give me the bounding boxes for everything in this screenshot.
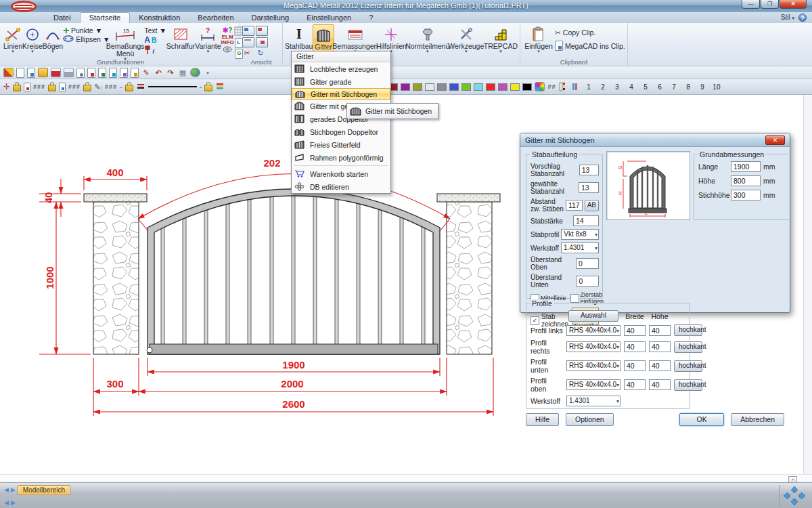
vorschlag-stabanzahl-field[interactable]: 13: [579, 165, 599, 175]
laenge-field[interactable]: 1900: [731, 161, 761, 172]
bemassungs-menue-button[interactable]: 15 Bemaßungs Menü▼: [106, 24, 144, 61]
menu-item-lochbleche[interactable]: Lochbleche erzeugen: [292, 62, 390, 75]
profil-rechts-breite[interactable]: 40: [624, 341, 646, 352]
auswahl-button[interactable]: Auswahl: [568, 310, 618, 322]
normteilmenue-button[interactable]: Normteilmenü▼: [407, 24, 449, 54]
toolbar-options-icon[interactable]: ▾: [203, 68, 212, 77]
export-icon[interactable]: [98, 68, 106, 78]
tab-startseite[interactable]: Startseite: [80, 12, 130, 23]
ueberstand-oben-field[interactable]: 0: [576, 258, 599, 269]
profil-oben-hoehe[interactable]: 40: [649, 379, 671, 390]
cd-icon[interactable]: [223, 46, 232, 54]
stab-werkstoff-select[interactable]: 1.4301: [561, 242, 599, 253]
color-swatch[interactable]: [498, 83, 508, 91]
megacad-logo-icon[interactable]: [11, 1, 37, 12]
globe-icon[interactable]: [190, 68, 200, 77]
elm-tools-icon[interactable]: ✱?: [223, 26, 233, 34]
tab-konstruktion[interactable]: Konstruktion: [130, 13, 189, 23]
tab-bearbeiten[interactable]: Bearbeiten: [189, 13, 242, 23]
new-file-icon[interactable]: [16, 68, 24, 78]
snap-target-icon[interactable]: ✛: [3, 82, 10, 91]
layer-number-button[interactable]: 10: [710, 82, 722, 92]
rotate-view-icon[interactable]: ↻: [256, 49, 265, 58]
ab-button[interactable]: AB: [585, 200, 599, 211]
view-prev-icon[interactable]: ◀: [4, 498, 9, 507]
group-name-value[interactable]: ###: [68, 83, 81, 90]
ok-button[interactable]: OK: [679, 413, 724, 426]
view-window-icon[interactable]: [242, 26, 254, 36]
tab-darstellung[interactable]: Darstellung: [243, 13, 298, 23]
layer-lock-icon[interactable]: [13, 85, 21, 91]
layer-number-button[interactable]: 6: [654, 82, 665, 92]
tab-help[interactable]: ?: [360, 13, 382, 23]
group-doc-icon[interactable]: [59, 83, 66, 91]
profil-links-hochkant-button[interactable]: hochkant: [674, 324, 702, 336]
help-icon[interactable]: ?: [798, 14, 807, 22]
minimize-button[interactable]: —: [742, 0, 760, 9]
color-swatch[interactable]: [413, 83, 422, 91]
menu-item-db-editieren[interactable]: DB editieren: [292, 180, 390, 193]
profil-rechts-select[interactable]: RHS 40x40x4.0: [566, 341, 621, 352]
view-redraw-icon[interactable]: [256, 26, 268, 36]
schraffur-button[interactable]: Schraffur: [166, 24, 195, 50]
vertical-scrollbar[interactable]: [803, 95, 812, 474]
menu-item-stichbogen-doppeltor[interactable]: Stichbogen Doppeltor: [292, 125, 390, 138]
bemassungen-button[interactable]: Bemassungen▼: [334, 24, 376, 54]
layer-number-button[interactable]: 8: [682, 82, 694, 92]
sheet-prev-icon[interactable]: ◀: [4, 485, 9, 494]
print-preview-icon[interactable]: [76, 68, 85, 78]
open-file-icon[interactable]: [27, 68, 35, 78]
gewaehlte-stabanzahl-field[interactable]: 13: [579, 182, 599, 193]
zierstab-einfuegen-checkbox[interactable]: [570, 294, 579, 303]
color-swatch[interactable]: [522, 83, 532, 91]
pen-lock-icon[interactable]: [83, 85, 91, 91]
folder-icon[interactable]: [38, 68, 48, 77]
info-icon[interactable]: i: [152, 47, 154, 55]
menu-item-gitter-gerade[interactable]: Gitter gerade: [292, 75, 390, 88]
profile-werkstoff-select[interactable]: 1.4301: [566, 396, 621, 406]
linewidth-icon[interactable]: [136, 83, 145, 91]
color-wheel-icon[interactable]: [535, 82, 545, 91]
menu-item-rahmen-polygon[interactable]: Rahmen polygonförmig: [292, 151, 390, 164]
stabprofil-select[interactable]: Vkt 8x8: [561, 229, 599, 240]
einfuegen-button[interactable]: Einfügen▼: [522, 24, 555, 54]
layer-number-button[interactable]: 1: [583, 82, 594, 92]
profil-links-hoehe[interactable]: 40: [649, 325, 671, 336]
layer-name-value[interactable]: ###: [33, 83, 45, 90]
sheet-next-icon[interactable]: ▶: [11, 485, 16, 494]
hilfe-button[interactable]: Hilfe: [526, 413, 559, 426]
trepcad-button[interactable]: TREPCAD▼: [484, 24, 518, 54]
ueberstand-unten-field[interactable]: 0: [576, 276, 599, 287]
profil-oben-breite[interactable]: 40: [624, 379, 646, 390]
attach-icon[interactable]: [120, 68, 128, 78]
linetype-sample[interactable]: [148, 86, 197, 87]
clip-scissors-icon[interactable]: ✂: [242, 49, 252, 58]
color-swatch[interactable]: [486, 83, 495, 91]
redo-icon[interactable]: ↷: [166, 68, 175, 77]
color-swatch[interactable]: [474, 83, 483, 91]
colorbar-icon[interactable]: [215, 83, 225, 91]
stichhoehe-field[interactable]: 300: [731, 190, 761, 200]
hilfslinien-button[interactable]: Hilfslinien▼: [376, 24, 407, 54]
copy-clip-button[interactable]: ✂ Copy Clip.: [555, 28, 625, 37]
dialog-title-bar[interactable]: Gitter mit Stichbogen ✕: [520, 133, 790, 147]
abstand-staeben-field[interactable]: 117: [566, 200, 583, 211]
punkte-button[interactable]: ✛ Punkte ▼: [63, 26, 106, 35]
color-swatch[interactable]: [401, 83, 410, 91]
profil-oben-hochkant-button[interactable]: hochkant: [674, 379, 702, 391]
text-style-icon[interactable]: A: [144, 35, 150, 45]
profil-unten-hochkant-button[interactable]: hochkant: [674, 360, 702, 372]
pin-icon[interactable]: [144, 45, 151, 56]
profil-unten-breite[interactable]: 40: [624, 360, 646, 371]
maximize-button[interactable]: ❐: [761, 0, 779, 9]
color-lock-icon[interactable]: [204, 85, 212, 91]
megacad-ins-clip-button[interactable]: MegaCAD ins Clip.: [555, 41, 625, 51]
layer-number-button[interactable]: 7: [668, 82, 679, 92]
grid-icon[interactable]: ▦: [178, 68, 187, 77]
elm-info-button[interactable]: ELMINFO: [221, 35, 234, 45]
view-zoom-icon[interactable]: [256, 37, 268, 47]
color-swatch[interactable]: [449, 83, 459, 91]
layer-number-button[interactable]: 4: [625, 82, 637, 92]
group-lock-icon[interactable]: [48, 85, 56, 91]
ellipsen-button[interactable]: Ellipsen ▼: [63, 35, 106, 43]
